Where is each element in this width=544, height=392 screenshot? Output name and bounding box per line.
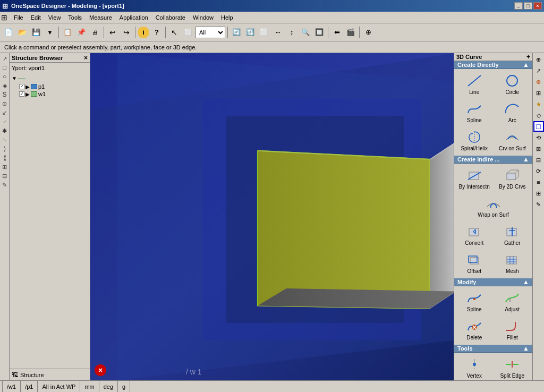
save-button[interactable]: 💾 <box>30 26 42 39</box>
lt-btn-15[interactable]: ✎ <box>1 181 9 189</box>
render-btn-2[interactable]: 🎬 <box>344 26 357 39</box>
sb-tree-p1[interactable]: ▶ p1 <box>12 83 88 90</box>
render-btn-1[interactable]: ⬅ <box>330 26 343 39</box>
ri-btn-5[interactable]: ★ <box>533 99 544 109</box>
menu-tools[interactable]: Tools <box>65 13 85 22</box>
lt-btn-11[interactable]: ⟩ <box>1 144 9 153</box>
lt-btn-13[interactable]: ⊞ <box>1 163 9 171</box>
tool-spiral-helix[interactable]: Spiral/Helix <box>456 127 492 154</box>
menu-edit[interactable]: Edit <box>28 13 44 22</box>
sb-checkbox-w1[interactable] <box>19 91 24 97</box>
tool-fillet[interactable]: Fillet <box>495 317 531 343</box>
section-create-directly-header[interactable]: Create Directly ▲ <box>454 61 532 69</box>
ri-btn-6[interactable]: ◇ <box>533 110 544 121</box>
ri-btn-9[interactable]: ⊠ <box>533 143 544 154</box>
menu-measure[interactable]: Measure <box>86 13 115 22</box>
menu-window[interactable]: Window <box>190 13 217 22</box>
sb-close-icon[interactable]: × <box>84 54 88 62</box>
maximize-button[interactable]: □ <box>524 2 532 10</box>
close-button[interactable]: × <box>533 2 542 10</box>
panel-expand-icon[interactable]: + <box>526 53 530 61</box>
tool-by-intersectn[interactable]: By Intersectn <box>456 166 492 192</box>
section-create-indirectly-header[interactable]: Create Indire ... ▲ <box>454 156 532 164</box>
ri-btn-4[interactable]: ⊞ <box>533 88 544 98</box>
menu-file[interactable]: File <box>11 13 27 22</box>
help-button[interactable]: ? <box>150 26 163 39</box>
view-btn-6[interactable]: 🔍 <box>299 26 312 39</box>
ri-btn-13[interactable]: ⊞ <box>533 188 544 199</box>
paste-button[interactable]: 📌 <box>75 26 88 39</box>
ri-btn-14[interactable]: ✎ <box>533 199 544 210</box>
sb-expand-p1[interactable]: ▶ <box>26 84 30 90</box>
print-options-button[interactable]: ▼ <box>44 26 56 39</box>
view-btn-7[interactable]: 🔲 <box>313 26 326 39</box>
tool-convert[interactable]: Convert <box>456 222 492 248</box>
tool-crv-on-surf[interactable]: Crv on Surf <box>495 127 531 154</box>
sb-footer[interactable]: 🏗 Structure <box>10 369 90 380</box>
lt-btn-10[interactable]: ⟍ <box>1 135 9 144</box>
new-button[interactable]: 📄 <box>2 26 15 39</box>
ri-btn-1[interactable]: ⊕ <box>533 54 544 65</box>
menu-help[interactable]: Help <box>218 13 236 22</box>
lt-btn-2[interactable]: □ <box>1 63 9 72</box>
sb-expand-w1[interactable]: ▶ <box>26 91 30 97</box>
tool-by-2d-crvs[interactable]: By 2D Crvs <box>495 166 531 192</box>
sb-expand-root[interactable]: ▼ <box>12 75 17 81</box>
tool-arc[interactable]: Arc <box>495 99 531 125</box>
tool-split-edge[interactable]: Split Edge <box>495 355 531 380</box>
ri-btn-11[interactable]: ⟳ <box>533 166 544 176</box>
select-box-button[interactable]: ⬜ <box>182 26 194 39</box>
viewport[interactable]: / w 1 × <box>90 53 454 380</box>
undo-button[interactable]: ↩ <box>106 26 119 39</box>
view-btn-4[interactable]: ↔ <box>271 26 284 39</box>
section-modify-header[interactable]: Modify ▲ <box>454 278 532 286</box>
copy-button[interactable]: 📋 <box>61 26 74 39</box>
tool-spline-mod[interactable]: Spline <box>456 288 492 314</box>
section-tools-header[interactable]: Tools ▲ <box>454 345 532 353</box>
snap-btn[interactable]: ⊕ <box>362 26 375 39</box>
info-button[interactable]: i <box>138 27 149 38</box>
lt-btn-4[interactable]: ◈ <box>1 81 9 90</box>
tool-spline[interactable]: Spline <box>456 99 492 125</box>
lt-btn-9[interactable]: ✱ <box>1 126 9 135</box>
sb-tree-w1[interactable]: ▶ w1 <box>12 90 88 98</box>
section-indirectly-collapse-icon[interactable]: ▲ <box>523 156 529 163</box>
redo-button[interactable]: ↪ <box>120 26 133 39</box>
minimize-button[interactable]: _ <box>514 2 523 10</box>
select-arrow-button[interactable]: ↖ <box>168 26 181 39</box>
tool-gather[interactable]: Gather <box>495 222 531 248</box>
ri-btn-2[interactable]: ↗ <box>533 65 544 76</box>
ri-btn-12[interactable]: ≡ <box>533 177 544 188</box>
filter-select[interactable]: All Parts Faces <box>196 27 225 38</box>
section-modify-collapse-icon[interactable]: ▲ <box>523 278 529 286</box>
lt-btn-5[interactable]: S <box>1 90 9 99</box>
lt-btn-8[interactable]: ⟋ <box>1 117 9 126</box>
lt-btn-12[interactable]: ⟪ <box>1 154 9 162</box>
menu-view[interactable]: View <box>45 13 64 22</box>
section-collapse-icon[interactable]: ▲ <box>523 61 529 69</box>
open-button[interactable]: 📂 <box>16 26 29 39</box>
view-btn-2[interactable]: 🔃 <box>244 26 257 39</box>
print-button[interactable]: 🖨 <box>89 26 101 39</box>
view-btn-3[interactable]: ⬜ <box>258 26 270 39</box>
ri-btn-8[interactable]: ⟲ <box>533 132 544 143</box>
tool-wrap-on-surf[interactable]: Wrap on Surf <box>456 194 530 220</box>
lt-btn-1[interactable]: ↗ <box>1 54 9 63</box>
tool-circle[interactable]: Circle <box>495 71 531 97</box>
lt-btn-14[interactable]: ⊟ <box>1 172 9 180</box>
sb-checkbox-p1[interactable] <box>19 84 24 89</box>
menu-application[interactable]: Application <box>116 13 151 22</box>
ri-btn-7[interactable]: □ <box>533 121 544 132</box>
view-btn-1[interactable]: 🔄 <box>230 26 243 39</box>
tool-line[interactable]: Line <box>456 71 492 97</box>
tool-mesh[interactable]: Mesh <box>495 250 531 276</box>
menu-collaborate[interactable]: Collaborate <box>152 13 189 22</box>
lt-btn-3[interactable]: ○ <box>1 72 9 81</box>
ri-btn-3[interactable]: ⊛ <box>533 76 544 87</box>
lt-btn-6[interactable]: ⊙ <box>1 99 9 108</box>
lt-btn-7[interactable]: ↙ <box>1 108 9 117</box>
tool-adjust[interactable]: Adjust <box>495 288 531 314</box>
tool-delete[interactable]: Delete <box>456 317 492 343</box>
view-btn-5[interactable]: ↕ <box>285 26 298 39</box>
tool-offset[interactable]: Offset <box>456 250 492 276</box>
